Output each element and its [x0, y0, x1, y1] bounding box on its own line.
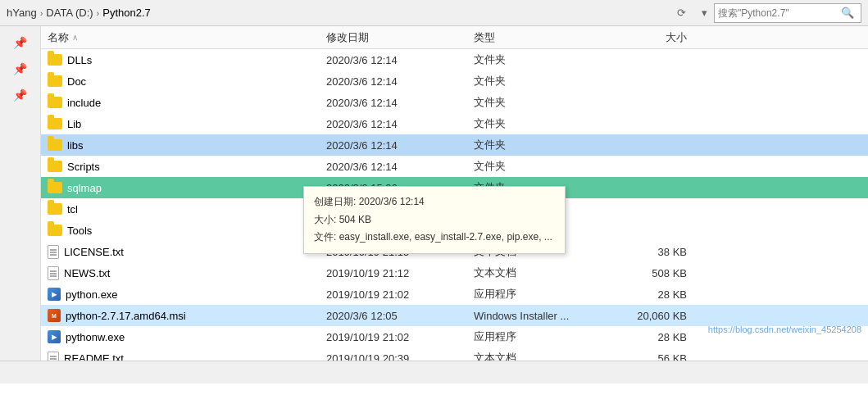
breadcrumb-hyang[interactable]: hYang [7, 7, 37, 19]
file-size: 28 KB [605, 288, 687, 301]
file-name-cell: NEWS.txt [48, 266, 326, 280]
folder-icon [48, 97, 62, 108]
file-type: 文件夹 [474, 52, 605, 67]
search-icon-button[interactable]: 🔍 [841, 7, 854, 19]
file-name: LICENSE.txt [64, 246, 124, 258]
file-name-cell: libs [48, 139, 326, 152]
file-type: 文件夹 [474, 138, 605, 152]
file-name: NEWS.txt [64, 267, 110, 279]
file-type: 应用程序 [474, 329, 605, 344]
col-header-type[interactable]: 类型 [474, 30, 605, 45]
file-name: Lib [67, 118, 81, 130]
nav-pin-3[interactable]: 📌 [11, 85, 30, 105]
file-row[interactable]: Lib 2020/3/6 12:14 文件夹 [41, 113, 868, 134]
file-type: 文件夹 [474, 116, 605, 131]
file-date: 2020/3/6 12:14 [326, 139, 474, 152]
breadcrumb-sep-2: › [97, 8, 100, 18]
file-type: 文件夹 [474, 95, 605, 110]
file-type: 文本文档 [474, 266, 605, 280]
col-header-date[interactable]: 修改日期 [326, 30, 474, 45]
file-name-cell: DLLs [48, 54, 326, 66]
file-size: 508 KB [605, 267, 687, 279]
file-type: 应用程序 [474, 287, 605, 302]
file-size: 20,060 KB [605, 310, 687, 322]
file-name: pythonw.exe [66, 331, 125, 343]
file-name-cell: ▶ python.exe [48, 288, 326, 301]
nav-pin-1[interactable]: 📌 [11, 33, 30, 52]
file-row[interactable]: ▶ python.exe 2019/10/19 21:02 应用程序 28 KB [41, 284, 868, 305]
dropdown-button[interactable]: ▾ [694, 3, 714, 23]
file-row[interactable]: include 2020/3/6 12:14 文件夹 [41, 92, 868, 113]
watermark: https://blog.csdn.net/weixin_45254208 [708, 324, 861, 334]
main-layout: 📌 📌 📌 名称 ∧ 修改日期 类型 大小 DLLs 2020/3/6 12:1… [0, 26, 868, 361]
file-date: 2020/3/6 12:14 [326, 54, 474, 66]
file-name-cell: Lib [48, 118, 326, 130]
file-row[interactable]: DLLs 2020/3/6 12:14 文件夹 [41, 49, 868, 70]
file-size: 38 KB [605, 246, 687, 258]
search-box[interactable]: 🔍 [714, 3, 861, 23]
file-name: Scripts [67, 161, 100, 173]
col-header-name[interactable]: 名称 ∧ [48, 30, 326, 45]
file-name-cell: sqlmap [48, 182, 326, 194]
msi-icon: M [48, 309, 61, 322]
tooltip-files: 文件: easy_install.exe, easy_install-2.7.e… [314, 229, 555, 247]
file-name-cell: README.txt [48, 352, 326, 361]
file-name-cell: ▶ pythonw.exe [48, 330, 326, 343]
file-size: 28 KB [605, 331, 687, 343]
folder-icon [48, 161, 62, 172]
file-date: 2019/10/19 21:02 [326, 288, 474, 301]
file-name-cell: M python-2.7.17.amd64.msi [48, 309, 326, 322]
file-date: 2020/3/6 12:14 [326, 161, 474, 173]
file-row[interactable]: Scripts 2020/3/6 12:14 文件夹 [41, 156, 868, 177]
file-name: Doc [67, 75, 86, 88]
file-name: Tools [67, 225, 92, 237]
breadcrumb[interactable]: hYang › DATA (D:) › Python2.7 [7, 7, 668, 19]
file-name: README.txt [64, 352, 124, 361]
file-date: 2020/3/6 12:05 [326, 310, 474, 322]
file-date: 2019/10/19 21:12 [326, 267, 474, 279]
file-name: include [67, 97, 101, 109]
breadcrumb-current: Python2.7 [102, 7, 151, 19]
file-type: 文本文档 [474, 351, 605, 361]
file-name-cell: LICENSE.txt [48, 245, 326, 259]
folder-icon [48, 182, 62, 193]
file-date: 2019/10/19 20:39 [326, 352, 474, 361]
file-date: 2019/10/19 21:02 [326, 331, 474, 343]
file-row[interactable]: NEWS.txt 2019/10/19 21:12 文本文档 508 KB [41, 262, 868, 284]
tooltip-created: 创建日期: 2020/3/6 12:14 [314, 193, 555, 211]
col-header-size[interactable]: 大小 [605, 30, 687, 45]
column-headers: 名称 ∧ 修改日期 类型 大小 [41, 26, 868, 49]
file-name-cell: Scripts [48, 161, 326, 173]
file-type: 文件夹 [474, 74, 605, 88]
refresh-button[interactable]: ⟳ [671, 3, 691, 23]
file-row[interactable]: Doc 2020/3/6 12:14 文件夹 [41, 70, 868, 92]
file-name-cell: tcl [48, 203, 326, 216]
file-date: 2020/3/6 12:14 [326, 97, 474, 109]
file-name: python-2.7.17.amd64.msi [66, 310, 186, 322]
txt-icon [48, 266, 59, 280]
file-name: libs [67, 139, 84, 152]
folder-icon [48, 139, 62, 151]
breadcrumb-sep-1: › [40, 8, 43, 18]
folder-icon [48, 225, 62, 236]
file-row[interactable]: README.txt 2019/10/19 20:39 文本文档 56 KB [41, 347, 868, 361]
file-type: 文件夹 [474, 159, 605, 174]
txt-icon [48, 352, 59, 361]
file-area: 名称 ∧ 修改日期 类型 大小 DLLs 2020/3/6 12:14 文件夹 … [41, 26, 868, 361]
exe-icon: ▶ [48, 288, 61, 301]
breadcrumb-data[interactable]: DATA (D:) [46, 7, 93, 19]
folder-icon [48, 75, 62, 87]
file-row[interactable]: M python-2.7.17.amd64.msi 2020/3/6 12:05… [41, 305, 868, 326]
title-bar: hYang › DATA (D:) › Python2.7 ⟳ ▾ 🔍 [0, 0, 868, 26]
file-name: tcl [67, 203, 78, 216]
folder-icon [48, 118, 62, 129]
nav-panel: 📌 📌 📌 [0, 26, 41, 361]
nav-pin-2[interactable]: 📌 [11, 59, 30, 79]
file-date: 2020/3/6 12:14 [326, 118, 474, 130]
file-name-cell: Doc [48, 75, 326, 88]
file-row[interactable]: libs 2020/3/6 12:14 文件夹 [41, 134, 868, 156]
search-input[interactable] [718, 7, 841, 19]
tooltip-popup: 创建日期: 2020/3/6 12:14 大小: 504 KB 文件: easy… [303, 186, 566, 254]
file-name-cell: include [48, 97, 326, 109]
file-name-cell: Tools [48, 225, 326, 237]
